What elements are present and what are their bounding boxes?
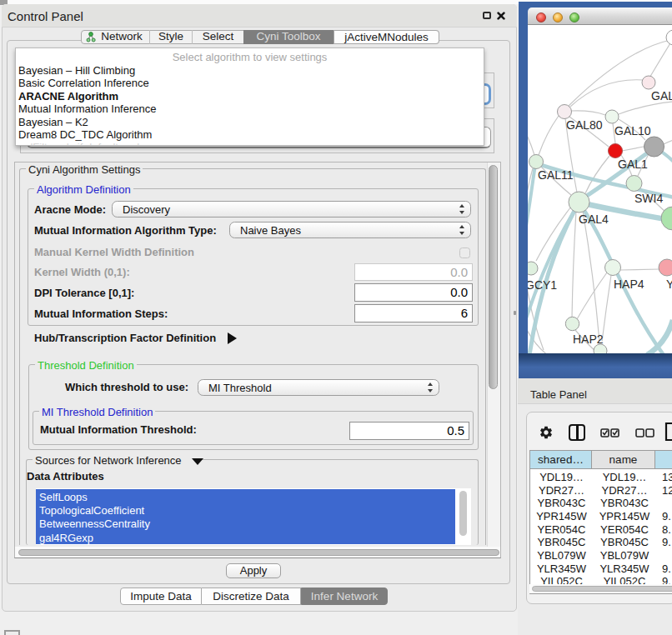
svg-text:Y: Y bbox=[666, 278, 672, 291]
svg-text:GAL: GAL bbox=[651, 89, 672, 102]
svg-text:HAP4: HAP4 bbox=[614, 278, 644, 291]
svg-text:GAL10: GAL10 bbox=[614, 124, 651, 138]
svg-text:GAL4: GAL4 bbox=[579, 212, 609, 226]
svg-text:GAL1: GAL1 bbox=[618, 158, 648, 171]
svg-text:HAP2: HAP2 bbox=[573, 332, 604, 346]
svg-text:GAL11: GAL11 bbox=[538, 168, 574, 182]
svg-text:GAL80: GAL80 bbox=[566, 118, 603, 132]
svg-text:SWI4: SWI4 bbox=[634, 192, 663, 205]
svg-text:GCY1: GCY1 bbox=[528, 278, 557, 292]
